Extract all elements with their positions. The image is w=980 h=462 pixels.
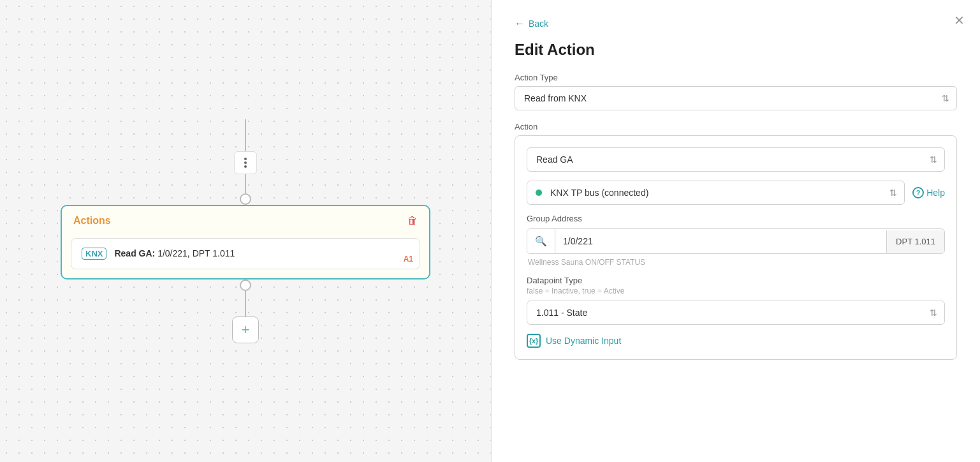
add-icon: + (242, 322, 250, 338)
three-dots-button[interactable] (234, 151, 257, 174)
group-address-input[interactable] (555, 230, 886, 253)
add-button[interactable]: + (232, 317, 259, 343)
gateway-row: KNX TP bus (connected) ⇅ ? Help (527, 181, 945, 205)
datapoint-label: Datapoint Type (527, 276, 945, 285)
group-address-input-row: 🔍 DPT 1.011 (527, 228, 945, 254)
knx-badge: KNX (82, 248, 106, 260)
group-address-section: Group Address 🔍 DPT 1.011 Wellness Sauna… (527, 214, 945, 267)
read-ga-select[interactable]: Read GA (527, 147, 945, 172)
connector-line-2 (245, 291, 246, 317)
action-type-label: Action Type (515, 73, 957, 82)
read-ga-wrapper: Read GA ⇅ (527, 147, 945, 172)
help-label: Help (926, 188, 945, 198)
actions-card-header: Actions 🗑 (62, 206, 429, 233)
action-type-select[interactable]: Read from KNX (515, 86, 957, 110)
datapoint-select[interactable]: 1.011 - State (527, 301, 945, 325)
action-label: Action (515, 122, 957, 131)
connector-line-1 (245, 174, 246, 193)
help-circle-icon: ? (912, 187, 924, 198)
trash-icon[interactable]: 🗑 (407, 215, 418, 227)
a1-badge: A1 (404, 255, 413, 264)
back-arrow-icon: ← (515, 18, 525, 29)
dynamic-input-icon: {x} (527, 334, 541, 348)
datapoint-hint: false = Inactive, true = Active (527, 287, 945, 295)
panel-title: Edit Action (515, 41, 957, 59)
datapoint-section: Datapoint Type false = Inactive, true = … (527, 276, 945, 325)
top-flow-dot (240, 193, 251, 205)
right-panel: ✕ ← Back Edit Action Action Type Read fr… (491, 0, 980, 462)
actions-title: Actions (73, 215, 111, 227)
back-label: Back (529, 19, 548, 29)
canvas-area: Actions 🗑 KNX Read GA: 1/0/221, DPT 1.01… (0, 0, 491, 462)
group-address-label: Group Address (527, 214, 945, 223)
actions-card: Actions 🗑 KNX Read GA: 1/0/221, DPT 1.01… (61, 205, 430, 279)
action-text: Read GA: 1/0/221, DPT 1.011 (114, 248, 235, 258)
gateway-select-wrapper: KNX TP bus (connected) ⇅ (527, 181, 905, 205)
help-link[interactable]: ? Help (912, 187, 945, 198)
gateway-connected-dot (536, 190, 542, 196)
action-item[interactable]: KNX Read GA: 1/0/221, DPT 1.011 A1 (71, 238, 420, 269)
datapoint-select-wrapper: 1.011 - State ⇅ (527, 301, 945, 325)
dynamic-input-label: Use Dynamic Input (546, 336, 621, 346)
back-link[interactable]: ← Back (515, 18, 957, 29)
dpt-badge: DPT 1.011 (886, 230, 944, 253)
top-connector-line (245, 119, 246, 151)
group-address-search-button[interactable]: 🔍 (527, 229, 555, 253)
bottom-flow-dot (240, 279, 251, 291)
gateway-select[interactable]: KNX TP bus (connected) (527, 181, 905, 205)
dynamic-input-link[interactable]: {x} Use Dynamic Input (527, 334, 945, 348)
flow-container: Actions 🗑 KNX Read GA: 1/0/221, DPT 1.01… (61, 119, 430, 343)
action-type-wrapper: Read from KNX ⇅ (515, 86, 957, 110)
action-section: Read GA ⇅ KNX TP bus (connected) ⇅ ? Hel… (515, 135, 957, 360)
close-button[interactable]: ✕ (954, 13, 965, 28)
ga-hint: Wellness Sauna ON/OFF STATUS (527, 258, 945, 267)
